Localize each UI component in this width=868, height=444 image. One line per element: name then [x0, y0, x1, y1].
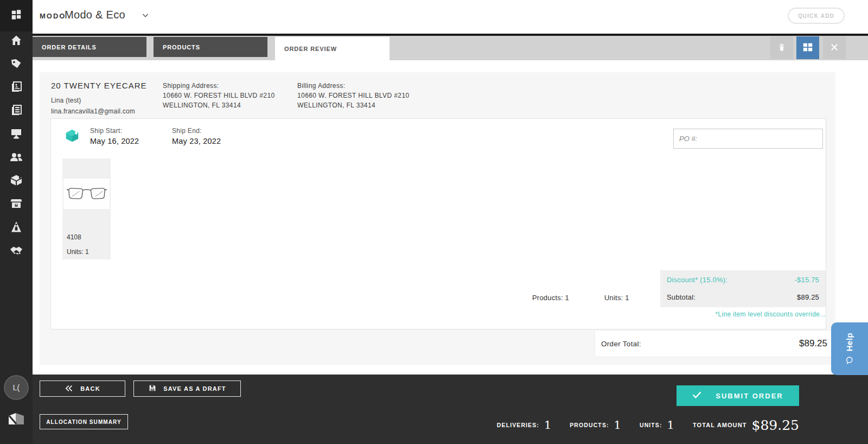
customer-info: 20 TWENTY EYECARE Lina (test) lina.franc… [51, 81, 147, 117]
quick-add-button[interactable]: QUICK ADD [788, 8, 845, 24]
order-stats: DELIVERIES: 1 PRODUCTS: 1 UNITS: 1 TOTAL… [497, 411, 799, 439]
tag-icon [10, 57, 23, 72]
total-amount-value: $89.25 [752, 417, 799, 433]
delivery-box: Ship Start: May 16, 2022 Ship End: May 2… [50, 118, 826, 329]
shipping-address-line1: 10660 W. FOREST HILL BLVD #210 [163, 91, 275, 100]
package-icon [64, 128, 80, 146]
save-draft-button[interactable]: SAVE AS A DRAFT [133, 380, 241, 397]
products-value: 1 [614, 418, 621, 432]
stat-total-amount: TOTAL AMOUNT $89.25 [693, 417, 799, 433]
tab-order-review[interactable]: ORDER REVIEW [275, 37, 390, 60]
sidebar-item-catalog[interactable] [10, 81, 23, 94]
billing-address-label: Billing Address: [297, 81, 410, 91]
deliveries-value: 1 [544, 418, 551, 432]
units-value: 1 [667, 418, 674, 432]
product-units: Units: 1 [67, 248, 89, 256]
total-amount-label: TOTAL AMOUNT [693, 422, 747, 428]
fit-icon [10, 220, 23, 236]
product-sku: 4108 [67, 233, 81, 241]
subtotal-value: $89.25 [797, 293, 819, 301]
stat-deliveries: DELIVERIES: 1 [497, 418, 551, 432]
subtotal-label: Subtotal: [667, 293, 695, 301]
close-order-button[interactable] [823, 36, 846, 59]
products-summary: Products: 1 [532, 294, 569, 302]
delete-icon [777, 42, 787, 54]
screen: MODO Modo & Eco QUICK ADD ORDER DETAILS … [0, 0, 868, 444]
app-launcher-icon [10, 9, 22, 23]
sidebar-item-customers[interactable] [10, 151, 23, 164]
billing-address-line1: 10660 W. FOREST HILL BLVD #210 [297, 91, 410, 100]
user-avatar[interactable]: L( [4, 375, 29, 400]
shipments-icon [9, 174, 23, 189]
sidebar-item-tags[interactable] [10, 58, 23, 71]
delete-order-button[interactable] [770, 36, 793, 59]
close-icon [829, 42, 839, 54]
chat-bubble-icon [845, 356, 854, 365]
deliveries-label: DELIVERIES: [497, 422, 539, 428]
submit-order-label: SUBMIT ORDER [716, 392, 783, 400]
sidebar-item-shipments[interactable] [10, 175, 23, 188]
grid-view-icon [802, 41, 814, 55]
customers-icon [9, 150, 23, 166]
discount-note[interactable]: *Line item level discounts override... [716, 310, 826, 318]
account-dropdown[interactable]: Modo & Eco [65, 9, 125, 21]
allocation-summary-button[interactable]: ALLOCATION SUMMARY [40, 414, 128, 429]
double-chevron-left-icon [65, 384, 74, 394]
linesheet-icon [10, 104, 23, 119]
stat-units: UNITS: 1 [640, 418, 674, 432]
grid-view-button[interactable] [796, 36, 819, 59]
save-draft-label: SAVE AS A DRAFT [163, 385, 226, 392]
help-tab[interactable]: Help [831, 322, 868, 375]
order-total-strip: Order Total: $89.25 [595, 330, 835, 357]
back-button[interactable]: BACK [40, 380, 125, 397]
ship-end-value: May 23, 2022 [172, 137, 221, 145]
product-image [63, 179, 110, 209]
showroom-icon [10, 127, 23, 142]
billing-address-line2: WELLINGTON, FL 33414 [297, 100, 410, 110]
discount-label: Discount* (15.0%): [667, 276, 727, 284]
products-label: PRODUCTS: [570, 422, 609, 428]
po-number-input[interactable] [673, 129, 823, 149]
sidebar-item-linesheets[interactable] [10, 105, 23, 118]
sidebar-item-showroom[interactable] [10, 128, 23, 141]
ship-start-label: Ship Start: [90, 127, 139, 135]
sidebar-item-partners[interactable] [10, 245, 23, 258]
chevron-down-icon[interactable] [141, 11, 150, 22]
shipping-address-label: Shipping Address: [163, 81, 275, 91]
sidebar-item-storefront[interactable] [10, 198, 23, 211]
units-summary: Units: 1 [604, 294, 629, 302]
bottom-action-bar: BACK SAVE AS A DRAFT SUBMIT ORDER ALLOCA… [33, 375, 868, 444]
shipping-address: Shipping Address: 10660 W. FOREST HILL B… [163, 81, 275, 110]
tab-products[interactable]: PRODUCTS [154, 37, 267, 57]
order-tab-bar: ORDER DETAILS PRODUCTS ORDER REVIEW [33, 34, 868, 60]
billing-address: Billing Address: 10660 W. FOREST HILL BL… [297, 81, 410, 110]
discount-value: -$15.75 [795, 276, 820, 284]
nuorder-logo [8, 411, 25, 427]
submit-order-button[interactable]: SUBMIT ORDER [676, 385, 799, 406]
partners-icon [9, 244, 23, 259]
ship-start: Ship Start: May 16, 2022 [90, 127, 139, 145]
tab-order-details[interactable]: ORDER DETAILS [33, 37, 146, 57]
home-icon [10, 34, 23, 49]
sidebar-item-home[interactable] [10, 35, 23, 48]
customer-contact: Lina (test) [51, 95, 147, 106]
ship-start-value: May 16, 2022 [90, 137, 139, 145]
help-label: Help [845, 333, 854, 352]
units-label: UNITS: [640, 422, 662, 428]
app-launcher-button[interactable] [0, 0, 33, 31]
back-label: BACK [80, 385, 100, 392]
stat-products: PRODUCTS: 1 [570, 418, 621, 432]
catalog-icon [10, 80, 23, 96]
check-icon [692, 391, 701, 401]
storefront-icon [10, 197, 23, 212]
app-sidebar: L( [0, 0, 33, 444]
save-icon [148, 384, 157, 394]
order-total-value: $89.25 [799, 338, 827, 349]
product-card[interactable]: 4108 Units: 1 [62, 158, 111, 259]
customer-name: 20 TWENTY EYECARE [51, 81, 147, 90]
order-card: 20 TWENTY EYECARE Lina (test) lina.franc… [40, 72, 835, 365]
top-header: MODO Modo & Eco QUICK ADD [33, 0, 868, 34]
ship-end: Ship End: May 23, 2022 [172, 127, 221, 145]
customer-email: lina.francavilla1@gmail.com [51, 106, 147, 117]
sidebar-item-fit[interactable] [10, 221, 23, 234]
